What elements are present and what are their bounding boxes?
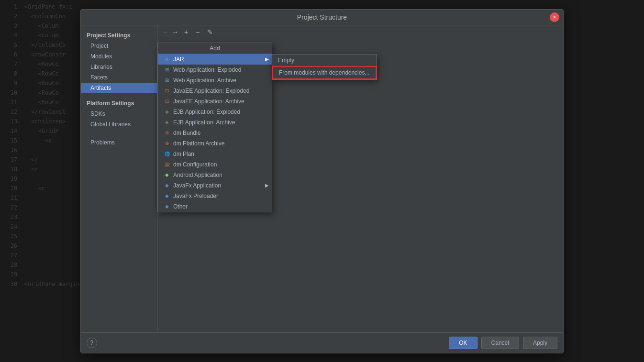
ok-button[interactable]: OK [449, 337, 477, 349]
menu-item-ejb-archive[interactable]: ◈ EJB Application: Archive [158, 117, 272, 128]
web-app-exploded-icon: ⊞ [164, 66, 170, 73]
add-button[interactable]: + [181, 27, 191, 37]
dm-bundle-icon: ⊛ [164, 130, 170, 136]
menu-item-dm-platform-archive[interactable]: ⊛ dm Platform Archive [158, 138, 272, 149]
menu-item-web-app-archive[interactable]: ⊞ Web Application: Archive [158, 75, 272, 86]
apply-button[interactable]: Apply [523, 337, 557, 349]
remove-button[interactable]: − [193, 27, 202, 37]
dialog-title: Project Structure [297, 13, 347, 21]
menu-item-other[interactable]: ◆ Other [158, 201, 272, 212]
jar-submenu: Empty From modules with dependencies... [272, 54, 377, 80]
add-menu-container: Add ◆ JAR ▶ Empty [157, 43, 272, 212]
jar-arrow-icon: ▶ [265, 56, 269, 62]
modal-overlay: Project Structure × Project Settings Pro… [0, 0, 644, 362]
javaee-archive-icon: ⊡ [164, 98, 170, 105]
web-app-archive-icon: ⊞ [164, 77, 170, 84]
sidebar-item-global-libraries[interactable]: Global Libraries [81, 119, 157, 130]
add-menu: Add ◆ JAR ▶ Empty [157, 43, 272, 212]
menu-item-javaee-archive[interactable]: ⊡ JavaEE Application: Archive [158, 96, 272, 107]
javaee-exploded-icon: ⊡ [164, 88, 170, 94]
menu-item-android-application[interactable]: ◆ Android Application [158, 170, 272, 180]
submenu-item-from-modules[interactable]: From modules with dependencies... [272, 66, 377, 79]
nav-arrows: ← → [161, 28, 179, 36]
footer-buttons: OK Cancel Apply [449, 337, 557, 349]
nav-back-button[interactable]: ← [161, 28, 170, 36]
javafx-preloader-icon: ◆ [164, 193, 170, 199]
menu-item-javaee-exploded[interactable]: ⊡ JavaEE Application: Exploded [158, 86, 272, 96]
sidebar-item-facets[interactable]: Facets [81, 72, 157, 83]
menu-item-jar[interactable]: ◆ JAR ▶ Empty From modules with dependen [158, 54, 272, 65]
main-content: ← → + − ✎ Add ◆ JAR [157, 25, 563, 332]
other-icon: ◆ [164, 203, 170, 210]
menu-item-javafx-application[interactable]: ◆ JavaFx Application ▶ [158, 180, 272, 191]
submenu-item-empty[interactable]: Empty [272, 55, 377, 66]
dialog-body: Project Settings Project Modules Librari… [81, 25, 563, 332]
ejb-archive-icon: ◈ [164, 119, 170, 126]
platform-settings-label: Platform Settings [81, 97, 157, 109]
dialog-footer: ? OK Cancel Apply [81, 332, 563, 353]
help-button[interactable]: ? [87, 338, 97, 348]
sidebar-item-sdks[interactable]: SDKs [81, 109, 157, 119]
sidebar-item-libraries[interactable]: Libraries [81, 62, 157, 72]
dm-plan-icon: 🌐 [164, 151, 170, 157]
ejb-exploded-icon: ◈ [164, 109, 170, 115]
menu-item-web-app-exploded[interactable]: ⊞ Web Application: Exploded [158, 65, 272, 75]
menu-item-javafx-preloader[interactable]: ◆ JavaFx Preloader [158, 191, 272, 201]
sidebar-item-modules[interactable]: Modules [81, 51, 157, 62]
toolbar: ← → + − ✎ [157, 25, 563, 39]
sidebar-item-project[interactable]: Project [81, 41, 157, 51]
sidebar-item-artifacts[interactable]: Artifacts [81, 83, 157, 93]
sidebar-item-problems[interactable]: Problems [81, 137, 157, 148]
dm-platform-archive-icon: ⊛ [164, 140, 170, 147]
close-button[interactable]: × [550, 12, 559, 22]
android-application-icon: ◆ [164, 172, 170, 178]
nav-forward-button[interactable]: → [171, 28, 179, 36]
dialog-title-bar: Project Structure × [81, 10, 563, 25]
menu-item-dm-plan[interactable]: 🌐 dm Plan [158, 149, 272, 159]
javafx-application-icon: ◆ [164, 182, 170, 189]
cancel-button[interactable]: Cancel [481, 337, 519, 349]
sidebar: Project Settings Project Modules Librari… [81, 25, 157, 332]
menu-item-ejb-exploded[interactable]: ◈ EJB Application: Exploded [158, 107, 272, 117]
project-settings-label: Project Settings [81, 29, 157, 41]
menu-item-dm-configuration[interactable]: ▤ dm Configuration [158, 159, 272, 170]
javafx-arrow-icon: ▶ [265, 183, 269, 188]
add-menu-header: Add [158, 43, 272, 54]
dm-configuration-icon: ▤ [164, 161, 170, 168]
menu-item-dm-bundle[interactable]: ⊛ dm Bundle [158, 128, 272, 138]
jar-icon: ◆ [164, 56, 170, 63]
project-structure-dialog: Project Structure × Project Settings Pro… [80, 9, 564, 353]
edit-button[interactable]: ✎ [204, 27, 216, 37]
